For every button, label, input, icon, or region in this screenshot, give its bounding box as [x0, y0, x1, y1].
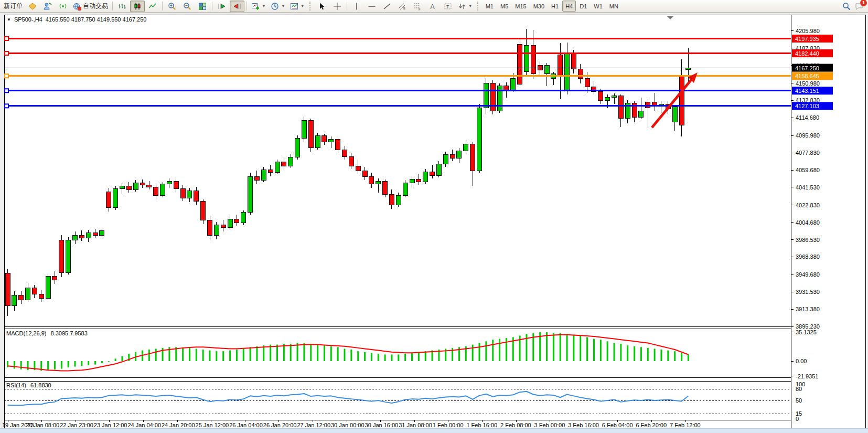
bear-candle — [268, 170, 273, 172]
macd-histogram-bar — [108, 361, 110, 362]
bear-candle — [618, 96, 623, 118]
line-handle — [5, 37, 8, 40]
bear-candle — [356, 166, 360, 171]
bear-candle — [322, 135, 327, 142]
macd-histogram-bar — [350, 350, 352, 361]
time-tick-label: 27 Jan 12:00 — [297, 422, 330, 428]
bear-candle — [430, 172, 435, 175]
bear-candle — [342, 150, 347, 156]
macd-histogram-bar — [297, 343, 298, 361]
macd-histogram-bar — [317, 345, 318, 361]
bear-candle — [180, 189, 185, 198]
time-tick-label: 1 Feb 00:00 — [433, 422, 464, 428]
bear-candle — [208, 220, 212, 235]
macd-histogram-bar — [155, 348, 157, 361]
price-tick-label: 4205.980 — [796, 28, 820, 34]
macd-histogram-bar — [337, 347, 339, 361]
chart-canvas[interactable]: 4205.9804187.8304169.6804150.9804132.830… — [0, 0, 868, 433]
bear-candle — [19, 295, 24, 300]
macd-histogram-bar — [94, 361, 96, 365]
macd-histogram-bar — [229, 351, 231, 361]
bear-candle — [362, 171, 367, 176]
macd-histogram-bar — [216, 351, 217, 361]
line-handle — [5, 51, 8, 55]
time-tick-label: 26 Jan 20:00 — [263, 422, 297, 428]
bull-candle — [403, 183, 408, 196]
macd-histogram-bar — [182, 348, 184, 361]
time-tick-label: 2 Feb 08:00 — [500, 422, 531, 428]
price-tick-label: 4095.980 — [796, 132, 820, 139]
macd-histogram-bar — [243, 348, 244, 361]
macd-histogram-bar — [189, 348, 190, 361]
bull-candle — [396, 195, 401, 205]
bear-candle — [254, 176, 259, 180]
macd-histogram-bar — [256, 346, 258, 361]
bull-candle — [214, 225, 219, 236]
bull-candle — [376, 181, 381, 184]
bull-candle — [457, 151, 462, 158]
line-handle — [5, 104, 8, 108]
time-tick-label: 30 Jan 00:00 — [331, 422, 365, 428]
rsi-scale-label: 80 — [796, 386, 802, 392]
bull-candle — [73, 235, 78, 240]
macd-histogram-bar — [290, 344, 292, 361]
bear-candle — [154, 187, 158, 195]
time-tick-label: 20 Jan 08:00 — [26, 422, 60, 428]
macd-histogram-bar — [202, 350, 204, 361]
macd-scale-label: 35.1325 — [796, 329, 817, 335]
macd-histogram-bar — [88, 361, 89, 365]
price-tick-label: 4077.830 — [796, 150, 820, 156]
macd-scale-label: 0.00 — [796, 358, 807, 364]
macd-histogram-bar — [54, 361, 56, 369]
bull-candle — [275, 162, 280, 173]
price-badge-label: 4182.440 — [795, 50, 819, 57]
price-tick-label: 4059.680 — [796, 167, 820, 173]
time-tick-label: 24 Jan 20:00 — [162, 422, 195, 428]
macd-histogram-bar — [634, 346, 635, 361]
price-tick-label: 4041.530 — [796, 184, 820, 191]
price-badge-label: 4143.151 — [795, 88, 819, 94]
macd-histogram-bar — [310, 344, 312, 361]
bear-candle — [470, 144, 475, 171]
bear-candle — [518, 44, 522, 84]
price-tick-label: 3968.380 — [796, 254, 820, 260]
bull-candle — [12, 295, 17, 306]
time-tick-label: 3 Feb 00:00 — [534, 422, 565, 428]
macd-histogram-bar — [20, 361, 22, 369]
macd-histogram-bar — [344, 348, 346, 361]
bull-candle — [329, 139, 334, 142]
bull-candle — [302, 120, 306, 138]
price-badge-label: 4197.935 — [795, 36, 819, 42]
macd-histogram-bar — [620, 344, 621, 361]
bear-candle — [201, 201, 206, 220]
rsi-scale-label: 50 — [796, 397, 802, 404]
bear-candle — [578, 69, 583, 78]
price-badge-label: 4158.645 — [795, 73, 819, 79]
price-tick-label: 4114.680 — [796, 114, 819, 121]
macd-histogram-bar — [647, 348, 649, 361]
bull-candle — [46, 276, 50, 298]
macd-histogram-bar — [479, 343, 480, 361]
macd-histogram-bar — [499, 339, 500, 361]
macd-histogram-bar — [573, 335, 574, 361]
bull-candle — [160, 184, 165, 196]
bull-candle — [565, 54, 570, 91]
time-tick-label: 6 Feb 20:00 — [636, 422, 667, 428]
bear-candle — [106, 192, 111, 208]
bull-candle — [241, 213, 246, 223]
macd-histogram-bar — [593, 339, 595, 361]
bull-candle — [497, 86, 502, 111]
time-tick-label: 23 Jan 12:00 — [94, 422, 127, 428]
macd-histogram-bar — [681, 353, 682, 361]
bear-candle — [140, 183, 145, 185]
macd-histogram-bar — [14, 361, 15, 369]
macd-histogram-bar — [546, 332, 548, 361]
macd-histogram-bar — [492, 340, 494, 361]
price-tick-label: 4004.680 — [796, 219, 820, 226]
bull-candle — [295, 139, 300, 157]
bear-candle — [383, 181, 388, 194]
macd-histogram-bar — [121, 356, 123, 361]
macd-histogram-bar — [61, 361, 62, 369]
bear-candle — [646, 102, 650, 108]
bull-candle — [120, 186, 124, 188]
